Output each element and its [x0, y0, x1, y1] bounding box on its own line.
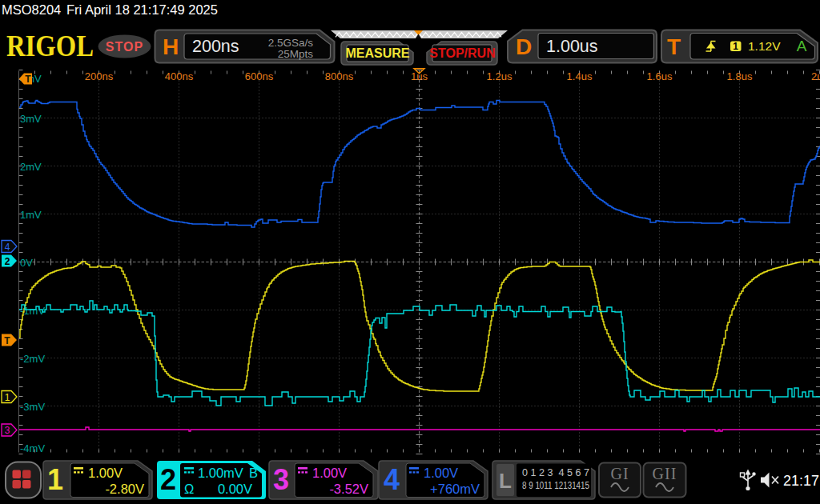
svg-text:1.00V: 1.00V [312, 466, 347, 480]
svg-text:1.12V: 1.12V [748, 39, 781, 53]
svg-text:1.4us: 1.4us [567, 70, 593, 82]
svg-text:1.00mV: 1.00mV [198, 466, 243, 480]
svg-text:GII: GII [653, 465, 677, 482]
svg-text:1.6us: 1.6us [647, 70, 673, 82]
svg-text:-4mV: -4mV [20, 442, 45, 454]
svg-text:2mV: 2mV [20, 161, 42, 173]
svg-text:-2.80V: -2.80V [105, 482, 144, 496]
svg-text:3: 3 [5, 425, 10, 436]
svg-text:1.00V: 1.00V [424, 466, 458, 480]
svg-text:GI: GI [610, 465, 629, 482]
svg-text:600ns: 600ns [245, 70, 274, 82]
svg-text:4: 4 [5, 242, 10, 253]
svg-text:-3mV: -3mV [20, 401, 45, 413]
svg-text:T: T [667, 34, 681, 59]
svg-text:1.2us: 1.2us [487, 70, 512, 82]
svg-text:25Mpts: 25Mpts [278, 48, 314, 60]
svg-text:1us: 1us [411, 70, 428, 82]
svg-text:B: B [249, 466, 258, 480]
svg-text:0.00V: 0.00V [218, 482, 252, 496]
svg-text:A: A [797, 38, 807, 54]
svg-text:Fri April 18 21:17:49 2025: Fri April 18 21:17:49 2025 [66, 2, 218, 17]
svg-text:21:17: 21:17 [783, 473, 819, 489]
svg-text:MSO8204: MSO8204 [2, 2, 61, 17]
svg-text:2.5GSa/s: 2.5GSa/s [268, 37, 314, 49]
svg-text:200ns: 200ns [85, 70, 114, 82]
svg-text:RIGOL: RIGOL [6, 29, 94, 62]
svg-text:D: D [516, 34, 532, 59]
svg-text:STOP/RUN: STOP/RUN [429, 46, 495, 60]
svg-text:0V: 0V [20, 257, 33, 269]
svg-text:4: 4 [384, 463, 400, 496]
svg-text:T: T [25, 74, 31, 85]
svg-text:2: 2 [5, 256, 10, 267]
svg-text:MEASURE: MEASURE [345, 46, 409, 60]
svg-text:H: H [163, 34, 179, 59]
svg-text:3mV: 3mV [20, 113, 42, 125]
svg-text:200ns: 200ns [192, 37, 239, 56]
svg-text:+760mV: +760mV [430, 482, 480, 496]
svg-text:1: 1 [733, 41, 738, 52]
svg-text:Ω: Ω [184, 482, 194, 496]
svg-text:1: 1 [5, 392, 10, 403]
svg-text:1.00us: 1.00us [546, 37, 598, 56]
svg-text:2us: 2us [811, 70, 820, 82]
svg-text:-3.52V: -3.52V [329, 482, 368, 496]
svg-text:T: T [4, 335, 10, 346]
svg-text:800ns: 800ns [325, 70, 354, 82]
svg-text:STOP: STOP [106, 40, 143, 54]
svg-text:0 1 2 3 4 5 6 7: 0 1 2 3 4 5 6 7 [522, 467, 589, 478]
svg-text:400ns: 400ns [165, 70, 194, 82]
svg-text:8 9 1011 12131415: 8 9 1011 12131415 [522, 480, 589, 491]
svg-text:2: 2 [160, 463, 176, 496]
svg-text:1.8us: 1.8us [727, 70, 753, 82]
svg-text:3: 3 [273, 463, 289, 496]
svg-text:1: 1 [47, 463, 63, 496]
svg-text:1.00V: 1.00V [88, 466, 123, 480]
svg-text:L: L [499, 469, 512, 493]
svg-text:-2mV: -2mV [20, 353, 45, 365]
svg-text:1mV: 1mV [20, 209, 42, 221]
